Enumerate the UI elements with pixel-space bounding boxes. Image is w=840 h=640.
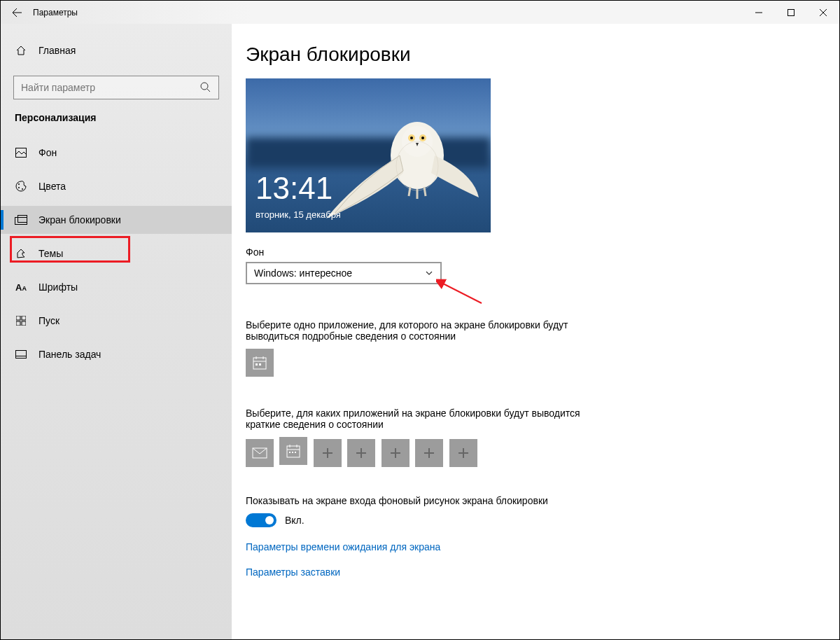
svg-point-1 <box>201 83 208 90</box>
plus-icon <box>390 447 401 459</box>
search-box[interactable] <box>13 76 219 99</box>
quick-status-add-4[interactable] <box>415 439 443 467</box>
svg-point-19 <box>421 137 424 139</box>
svg-line-29 <box>442 283 482 303</box>
plus-icon <box>322 447 333 459</box>
nav-item-label: Цвета <box>38 181 66 192</box>
window-title: Параметры <box>33 8 78 18</box>
annotation-arrow <box>436 279 485 307</box>
svg-rect-0 <box>788 9 794 15</box>
nav-fonts[interactable]: AA Шрифты <box>1 273 232 301</box>
svg-rect-27 <box>292 452 293 453</box>
plus-icon <box>424 447 435 459</box>
preview-time: 13:41 <box>255 171 332 206</box>
owl-image <box>319 106 480 225</box>
nav-item-label: Фон <box>38 147 57 158</box>
calendar-icon <box>286 443 301 459</box>
svg-rect-23 <box>259 363 261 366</box>
quick-status-label: Выберите, для каких приложений на экране… <box>246 408 582 430</box>
close-button[interactable] <box>807 1 839 24</box>
nav-themes[interactable]: Темы <box>1 239 232 267</box>
chevron-down-icon <box>425 269 433 277</box>
svg-rect-8 <box>16 316 20 320</box>
nav-background[interactable]: Фон <box>1 139 232 167</box>
nav-home-label: Главная <box>38 45 76 56</box>
fonts-icon: AA <box>15 282 27 293</box>
start-icon <box>15 316 27 326</box>
back-button[interactable] <box>1 7 33 18</box>
detailed-status-label: Выберите одно приложение, для которого н… <box>246 319 582 342</box>
picture-icon <box>15 148 27 158</box>
minimize-button[interactable] <box>743 1 775 24</box>
signin-bg-toggle[interactable] <box>246 513 276 527</box>
quick-status-add-5[interactable] <box>449 439 477 467</box>
mail-icon <box>252 447 267 459</box>
sidebar-section-title: Персонализация <box>1 112 232 139</box>
background-select[interactable]: Windows: интересное <box>246 262 442 284</box>
sidebar: Главная Персонализация Фон Цвета <box>1 24 232 639</box>
nav-lock-screen[interactable]: Экран блокировки <box>1 206 232 234</box>
maximize-icon <box>788 9 794 16</box>
link-screen-timeout[interactable]: Параметры времени ожидания для экрана <box>246 541 839 552</box>
background-label: Фон <box>246 246 839 258</box>
preview-date: вторник, 15 декабря <box>255 209 341 220</box>
plus-icon <box>458 447 469 459</box>
svg-rect-11 <box>22 321 26 326</box>
quick-status-app-2[interactable] <box>279 437 307 465</box>
nav-item-label: Пуск <box>38 315 59 326</box>
quick-status-add-1[interactable] <box>314 439 342 467</box>
signin-bg-label: Показывать на экране входа фоновый рисун… <box>246 495 582 506</box>
nav-item-label: Панель задач <box>38 349 101 360</box>
quick-status-add-3[interactable] <box>382 439 410 467</box>
main-content: Экран блокировки 13:41 вторник <box>232 24 839 639</box>
titlebar: Параметры <box>1 1 839 24</box>
nav-start[interactable]: Пуск <box>1 307 232 335</box>
svg-point-17 <box>410 137 413 139</box>
svg-point-4 <box>18 187 20 188</box>
palette-icon <box>15 181 27 192</box>
nav-item-label: Шрифты <box>38 281 78 293</box>
svg-rect-13 <box>16 356 27 359</box>
svg-point-5 <box>22 188 23 190</box>
calendar-icon <box>252 355 267 370</box>
quick-status-app-1[interactable] <box>246 439 274 467</box>
arrow-left-icon <box>11 7 22 18</box>
svg-rect-6 <box>15 218 27 225</box>
plus-icon <box>356 447 367 459</box>
svg-rect-7 <box>18 216 27 223</box>
svg-rect-28 <box>295 452 296 453</box>
detailed-status-app[interactable] <box>246 349 274 377</box>
svg-rect-10 <box>16 321 20 326</box>
nav-colors[interactable]: Цвета <box>1 172 232 200</box>
search-input[interactable] <box>13 76 219 99</box>
nav-item-label: Темы <box>38 248 63 259</box>
svg-rect-9 <box>22 316 26 320</box>
maximize-button[interactable] <box>775 1 807 24</box>
svg-rect-26 <box>289 452 290 453</box>
link-screensaver[interactable]: Параметры заставки <box>246 566 839 578</box>
toggle-state: Вкл. <box>285 515 304 526</box>
nav-item-label: Экран блокировки <box>38 214 121 225</box>
close-icon <box>820 9 827 16</box>
nav-taskbar[interactable]: Панель задач <box>1 340 232 368</box>
svg-point-3 <box>18 183 20 185</box>
nav-home[interactable]: Главная <box>1 36 232 64</box>
background-select-value: Windows: интересное <box>254 267 352 279</box>
taskbar-icon <box>15 350 27 359</box>
home-icon <box>15 45 27 56</box>
svg-rect-22 <box>255 363 258 366</box>
themes-icon <box>15 248 27 259</box>
lockscreen-icon <box>15 215 27 225</box>
minimize-icon <box>755 9 762 16</box>
quick-status-add-2[interactable] <box>347 439 375 467</box>
search-icon <box>200 81 211 95</box>
page-title: Экран блокировки <box>246 43 839 66</box>
svg-rect-12 <box>16 351 27 359</box>
lockscreen-preview[interactable]: 13:41 вторник, 15 декабря <box>246 78 491 232</box>
